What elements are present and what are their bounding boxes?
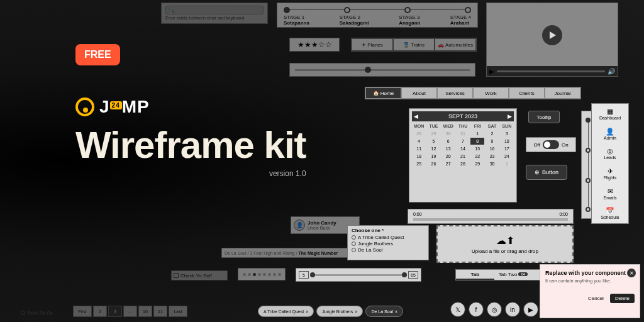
step-name: Anagami [399, 20, 420, 26]
pagination-dots[interactable] [238, 268, 286, 280]
nav-journal[interactable]: Journal [545, 87, 580, 99]
toggle-on-label: On [562, 142, 569, 148]
upload-label: Upload a file or drag and drop [472, 248, 538, 254]
navbar: 🏠 Home About Services Work Clients Journ… [365, 87, 581, 99]
linkedin-icon[interactable]: in [505, 302, 520, 317]
logo-text: J24MP [99, 97, 150, 117]
slider[interactable] [289, 63, 475, 77]
step-name: Arahant [450, 20, 469, 26]
progress-bar: 0:000:00 [408, 209, 574, 224]
segmented-control[interactable]: ✈ Planes 🚆 Trains 🚗 Automobiles [351, 38, 477, 52]
user-name: John Candy [308, 220, 336, 226]
chip[interactable]: De La Soul × [365, 306, 403, 317]
plus-icon: ⊕ [535, 169, 540, 175]
page-ellipsis: … [123, 306, 137, 317]
page-num[interactable]: 10 [138, 306, 152, 317]
range-min: 5 [299, 271, 309, 279]
play-icon[interactable] [542, 25, 562, 45]
nav-schedule[interactable]: 📅Schedule [592, 203, 628, 223]
radio-option[interactable]: A Tribe Called Quest [352, 235, 425, 240]
nav-emails[interactable]: ✉Emails [592, 184, 628, 204]
range-slider[interactable]: 5 65 [296, 268, 421, 282]
step-dot [344, 7, 350, 13]
video-controls[interactable]: ▶🔊 [487, 66, 618, 76]
time-end: 0:00 [559, 212, 568, 216]
video-player[interactable]: ▶🔊 [486, 3, 618, 77]
seg-planes[interactable]: ✈ Planes [352, 38, 393, 51]
checkbox-icon[interactable] [174, 273, 179, 278]
logo-24: 24 [110, 101, 122, 109]
user-role: Uncle Buck [308, 226, 336, 230]
radio-option[interactable]: De La Soul [352, 247, 425, 253]
radio-group: Choose one * A Tribe Called Quest Jungle… [347, 225, 429, 260]
progress-stepper: STAGE 1Sotapanna STAGE 2Sakadagami STAGE… [277, 3, 478, 28]
seg-autos[interactable]: 🚗 Automobiles [435, 38, 476, 51]
cal-dh: MON [412, 123, 426, 130]
delete-button[interactable]: Delete [610, 294, 635, 303]
page-last[interactable]: Last [169, 306, 187, 317]
step-name: Sotapanna [284, 20, 309, 26]
youtube-icon[interactable]: ▶ [523, 302, 538, 317]
radio-single[interactable]: Radio Ga Ga [19, 308, 69, 317]
cal-next[interactable]: ▶ [508, 113, 512, 119]
radio-option[interactable]: Jungle Brothers [352, 241, 425, 247]
page-num[interactable]: 3 [108, 306, 122, 317]
toggle-off-label: Off [533, 142, 540, 148]
tab[interactable]: Tab Two64 [494, 270, 533, 280]
avatar-icon: 👤 [294, 219, 305, 231]
seg-trains[interactable]: 🚆 Trains [393, 38, 435, 51]
confirm-modal: ✕ Replace with your component It can con… [540, 264, 640, 318]
free-badge: FREE [75, 44, 120, 65]
page-first[interactable]: First [73, 306, 92, 317]
nav-flights[interactable]: ✈Flights [592, 164, 628, 184]
range-max: 65 [408, 271, 418, 279]
nav-work[interactable]: Work [473, 87, 509, 99]
version-label: version 1.0 [75, 169, 306, 178]
cancel-button[interactable]: Cancel [586, 294, 606, 303]
nav-dashboard[interactable]: ▦Dashboard [592, 104, 628, 124]
logo-icon [75, 97, 94, 116]
step-stage: STAGE 2 [340, 14, 360, 20]
time-start: 0:00 [413, 212, 422, 216]
nav-services[interactable]: Services [437, 87, 473, 99]
nav-home[interactable]: 🏠 Home [365, 87, 401, 99]
chip-group: A Tribe Called Quest × Jungle Brothers ×… [258, 306, 421, 317]
checkbox[interactable]: Check Yo Self [171, 270, 228, 280]
modal-body: It can contain anything you like. [545, 278, 635, 284]
step-name: Sakadagami [340, 20, 369, 26]
nav-admin[interactable]: 👤Admin [592, 124, 628, 144]
nav-clients[interactable]: Clients [509, 87, 545, 99]
tab[interactable]: Tab [456, 270, 494, 280]
step-stage: STAGE 3 [399, 14, 419, 20]
cloud-upload-icon: ☁⬆ [496, 235, 514, 247]
nav-about[interactable]: About [401, 87, 437, 99]
page-num[interactable]: 2 [93, 306, 107, 317]
step-dot [284, 7, 290, 13]
switch-icon[interactable] [543, 140, 559, 149]
page-num[interactable]: 11 [153, 306, 167, 317]
instagram-icon[interactable]: ◎ [487, 302, 502, 317]
cal-prev[interactable]: ◀ [414, 113, 418, 119]
tooltip: Tooltip [528, 111, 560, 123]
step-dot [404, 7, 411, 13]
facebook-icon[interactable]: f [469, 302, 484, 317]
chip[interactable]: A Tribe Called Quest × [258, 306, 314, 317]
twitter-icon[interactable]: 𝕏 [450, 302, 465, 317]
chip[interactable]: Jungle Brothers × [316, 306, 363, 317]
nav-leads[interactable]: ◎Leads [592, 143, 628, 164]
tab-badge: 64 [518, 272, 528, 276]
step-stage: STAGE 1 [284, 14, 304, 20]
radio-title: Choose one * [352, 228, 425, 233]
toggle-switch[interactable]: Off On [526, 137, 576, 152]
add-button[interactable]: ⊕Button [526, 165, 567, 180]
search-input[interactable]: 🔍 [165, 6, 264, 14]
calendar[interactable]: ◀SEPT 2023▶ MONTUEWEDTHUFRISATSUN 282930… [409, 108, 517, 203]
cal-month: SEPT 2023 [448, 113, 477, 119]
close-icon[interactable]: ✕ [627, 269, 636, 277]
file-upload[interactable]: ☁⬆ Upload a file or drag and drop [436, 225, 574, 263]
search-box[interactable]: 🔍 Error exists between chair and keyboar… [161, 3, 268, 24]
slider-knob[interactable] [365, 67, 371, 73]
cal-selected[interactable]: 8 [470, 138, 484, 145]
icon-nav: ▦Dashboard 👤Admin ◎Leads ✈Flights ✉Email… [591, 103, 629, 224]
modal-title: Replace with your component [545, 270, 635, 276]
